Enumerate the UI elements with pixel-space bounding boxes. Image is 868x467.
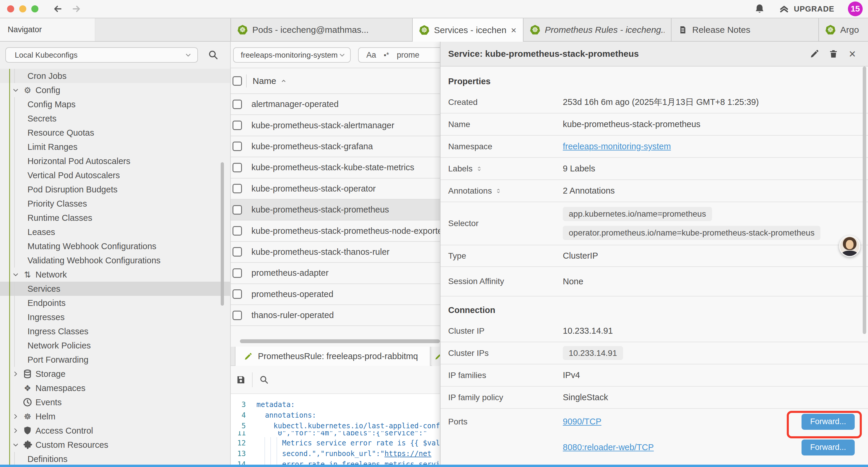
tab-services[interactable]: ☸Services - icecheng@math...× bbox=[412, 18, 523, 42]
back-icon[interactable] bbox=[52, 3, 63, 14]
sidebar-item-pod-disruption-budgets[interactable]: Pod Disruption Budgets bbox=[0, 182, 230, 197]
row-checkbox[interactable] bbox=[232, 99, 242, 109]
row-checkbox[interactable] bbox=[232, 247, 242, 257]
table-row[interactable]: kube-prometheus-stack-alertmanager bbox=[231, 115, 440, 136]
tab-release[interactable]: Release Notes bbox=[671, 18, 818, 41]
row-checkbox[interactable] bbox=[232, 121, 242, 130]
name-column-header[interactable]: Name bbox=[253, 76, 276, 86]
regex-toggle[interactable]: ▪* bbox=[384, 51, 389, 59]
sidebar-item-endpoints[interactable]: Endpoints bbox=[0, 296, 230, 310]
row-checkbox[interactable] bbox=[232, 205, 242, 214]
sidebar-item-limit-ranges[interactable]: Limit Ranges bbox=[0, 140, 230, 154]
sidebar-item-mutating-webhook-configurations[interactable]: Mutating Webhook Configurations bbox=[0, 239, 230, 253]
forward-icon[interactable] bbox=[71, 3, 82, 14]
sidebar-item-secrets[interactable]: Secrets bbox=[0, 111, 230, 126]
sidebar-item-runtime-classes[interactable]: Runtime Classes bbox=[0, 211, 230, 225]
trash-icon[interactable] bbox=[829, 49, 838, 59]
tab-pods[interactable]: ☸Pods - icecheng@mathmas... bbox=[230, 18, 412, 41]
sidebar-item-config-maps[interactable]: Config Maps bbox=[0, 97, 230, 111]
search-icon[interactable] bbox=[259, 375, 269, 385]
match-case-toggle[interactable]: Aa bbox=[366, 51, 376, 60]
namespace-filter-dropdown[interactable]: freeleaps-monitoring-system bbox=[233, 47, 351, 63]
horizontal-scrollbar[interactable] bbox=[240, 339, 440, 343]
search-icon[interactable] bbox=[208, 49, 219, 61]
forward-button[interactable]: Forward... bbox=[802, 439, 855, 456]
sidebar-item-access-control[interactable]: Access Control bbox=[0, 424, 230, 438]
drawer-scrollbar[interactable] bbox=[863, 66, 866, 334]
close-tab-icon[interactable]: × bbox=[511, 25, 517, 35]
port-link[interactable]: 9090/TCP bbox=[563, 417, 601, 427]
table-row[interactable]: kube-prometheus-stack-kube-state-metrics bbox=[231, 157, 440, 178]
sidebar-item-helm[interactable]: ☸Helm bbox=[0, 409, 230, 424]
sidebar-item-resource-quotas[interactable]: Resource Quotas bbox=[0, 126, 230, 140]
detail-value: 9 Labels bbox=[563, 164, 595, 174]
edit-pencil-icon[interactable] bbox=[809, 49, 819, 59]
sidebar-item-port-forwarding[interactable]: Port Forwarding bbox=[0, 353, 230, 367]
table-row[interactable]: prometheus-adapter bbox=[231, 263, 440, 284]
sidebar-item-events[interactable]: Events bbox=[0, 395, 230, 409]
sidebar-scrollbar[interactable] bbox=[221, 162, 224, 305]
sidebar-item-network[interactable]: ⇅Network bbox=[0, 267, 230, 282]
chevron-down-icon[interactable] bbox=[12, 271, 20, 279]
upgrade-label: UPGRADE bbox=[794, 4, 834, 13]
row-checkbox[interactable] bbox=[232, 184, 242, 193]
table-row[interactable]: kube-prometheus-stack-prometheus-node-ex… bbox=[231, 221, 440, 241]
table-row[interactable]: prometheus-operated bbox=[231, 284, 440, 305]
sidebar-item-vertical-pod-autoscalers[interactable]: Vertical Pod Autoscalers bbox=[0, 168, 230, 182]
editor-tab-prometheusrule[interactable]: PrometheusRule: freeleaps-prod-rabbitmq bbox=[235, 347, 430, 366]
chevron-right-icon[interactable] bbox=[12, 370, 20, 378]
sidebar-item-validating-webhook-configurations[interactable]: Validating Webhook Configurations bbox=[0, 253, 230, 267]
kubernetes-icon: ☸ bbox=[826, 25, 836, 35]
notification-count-badge[interactable]: 15 bbox=[848, 1, 863, 16]
row-checkbox[interactable] bbox=[232, 163, 242, 172]
sidebar-item-cron-jobs[interactable]: Cron Jobs bbox=[0, 69, 230, 83]
chevron-right-icon[interactable] bbox=[12, 427, 20, 435]
sidebar-item-custom-resources[interactable]: Custom Resources bbox=[0, 438, 230, 452]
avatar[interactable] bbox=[839, 236, 860, 257]
sidebar-item-storage[interactable]: Storage bbox=[0, 367, 230, 381]
upgrade-button[interactable]: UPGRADE bbox=[778, 3, 834, 14]
row-checkbox[interactable] bbox=[232, 142, 242, 151]
minimize-window-button[interactable] bbox=[19, 5, 26, 12]
tab-prometheus[interactable]: ☸Prometheus Rules - icecheng... bbox=[523, 18, 671, 41]
tab-argo[interactable]: ☸Argo Se bbox=[818, 18, 868, 41]
table-row[interactable]: kube-prometheus-stack-grafana bbox=[231, 136, 440, 157]
table-row[interactable]: kube-prometheus-stack-operator bbox=[231, 178, 440, 200]
select-all-checkbox[interactable] bbox=[232, 76, 242, 86]
save-icon[interactable] bbox=[236, 375, 246, 385]
namespace-link[interactable]: freeleaps-monitoring-system bbox=[563, 142, 671, 151]
sidebar-item-namespaces[interactable]: ❖Namespaces bbox=[0, 381, 230, 395]
row-checkbox[interactable] bbox=[232, 289, 242, 299]
forward-button-highlight-annotation bbox=[787, 411, 862, 438]
sidebar-item-services[interactable]: Services bbox=[0, 282, 230, 296]
row-checkbox[interactable] bbox=[232, 226, 242, 236]
sidebar-item-config[interactable]: ⚙Config bbox=[0, 83, 230, 97]
table-row[interactable]: alertmanager-operated bbox=[231, 94, 440, 115]
close-icon[interactable]: × bbox=[847, 48, 857, 60]
sidebar-item-ingress-classes[interactable]: Ingress Classes bbox=[0, 324, 230, 339]
row-checkbox[interactable] bbox=[232, 311, 242, 320]
table-row[interactable]: thanos-ruler-operated bbox=[231, 305, 440, 326]
sidebar-item-leases[interactable]: Leases bbox=[0, 225, 230, 239]
row-checkbox[interactable] bbox=[232, 268, 242, 278]
chevron-right-icon[interactable] bbox=[12, 413, 20, 420]
service-detail-drawer: Service: kube-prometheus-stack-prometheu… bbox=[440, 42, 868, 467]
code-link[interactable]: https://net bbox=[384, 449, 431, 458]
table-row[interactable]: kube-prometheus-stack-prometheus bbox=[231, 200, 440, 221]
navigator-panel-tab[interactable]: Navigator bbox=[0, 18, 95, 41]
table-row[interactable]: kube-prometheus-stack-thanos-ruler bbox=[231, 242, 440, 263]
chevron-down-icon[interactable] bbox=[12, 441, 20, 449]
zoom-window-button[interactable] bbox=[31, 5, 38, 12]
sidebar-item-priority-classes[interactable]: Priority Classes bbox=[0, 197, 230, 211]
close-window-button[interactable] bbox=[7, 5, 14, 12]
sidebar-item-horizontal-pod-autoscalers[interactable]: Horizontal Pod Autoscalers bbox=[0, 154, 230, 168]
port-link[interactable]: 8080:reloader-web/TCP bbox=[563, 442, 654, 452]
notifications-bell-icon[interactable] bbox=[754, 3, 766, 15]
kubeconfig-selector[interactable]: Local Kubeconfigs bbox=[5, 47, 198, 63]
editor-tab-partial[interactable] bbox=[432, 347, 440, 366]
sidebar-item-network-policies[interactable]: Network Policies bbox=[0, 339, 230, 353]
chevron-down-icon[interactable] bbox=[12, 86, 20, 94]
sidebar-item-definitions[interactable]: Definitions bbox=[0, 452, 230, 466]
sidebar-item-ingresses[interactable]: Ingresses bbox=[0, 310, 230, 324]
yaml-editor[interactable]: 3metadata:4 annotations:5 kubectl.kubern… bbox=[231, 394, 440, 467]
